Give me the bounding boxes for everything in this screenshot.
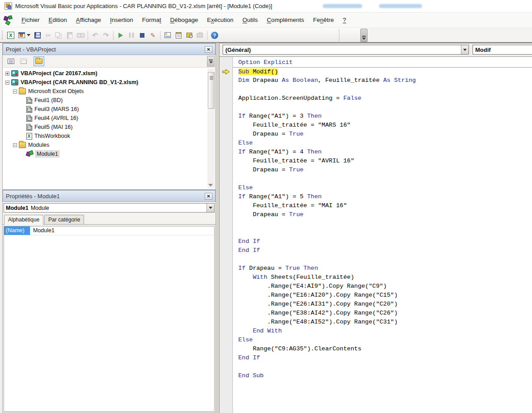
- view-object-button[interactable]: [18, 56, 29, 66]
- object-dropdown[interactable]: (Général): [223, 45, 469, 55]
- tree-item-label: Feuil1 (BD): [34, 97, 63, 103]
- menu-item-dbogage[interactable]: Débogage: [166, 14, 203, 26]
- cut-button[interactable]: ✂: [43, 30, 54, 41]
- toggle-folders-button[interactable]: [34, 56, 44, 66]
- procedure-dropdown-value: Modif: [475, 47, 491, 53]
- procedure-dropdown[interactable]: Modif: [473, 45, 532, 55]
- close-icon[interactable]: ✕: [205, 46, 212, 53]
- code-line: [233, 175, 532, 183]
- menu-item-fichier[interactable]: Fichier: [17, 14, 44, 26]
- tree-item-feuil3-mars-16[interactable]: Feuil3 (MARS 16): [3, 105, 207, 114]
- menu-item-affichage[interactable]: Affichage: [72, 14, 106, 26]
- code-line: With Sheets(Feuille_traitée): [233, 273, 532, 282]
- standard-toolbar: X✂↶↷✎?: [0, 28, 532, 43]
- code-line: .Range("E26:AI31").Copy Range("C20"): [233, 300, 532, 309]
- scroll-down-icon[interactable]: [208, 184, 213, 187]
- panel-scroll-button[interactable]: [207, 56, 215, 67]
- chevron-down-icon[interactable]: [461, 45, 469, 54]
- find-button[interactable]: [75, 30, 86, 41]
- paste-icon: [67, 32, 72, 38]
- copy-button[interactable]: [54, 30, 64, 41]
- code-line: End If: [233, 353, 532, 362]
- run-button[interactable]: [115, 30, 126, 41]
- vbaproject-icon: [11, 70, 18, 77]
- menu-bar: FichierEditionAffichageInsertionFormatDé…: [0, 13, 532, 28]
- left-dock: Projet - VBAProject ✕ +VBAProject (Car 2…: [2, 43, 216, 413]
- toolbox-button[interactable]: [194, 30, 205, 41]
- tree-item-feuil5-mai-16[interactable]: Feuil5 (MAI 16): [3, 123, 207, 132]
- toolbar-grip[interactable]: [2, 30, 4, 39]
- toolbar-separator: [160, 31, 160, 40]
- collapse-icon[interactable]: −: [5, 81, 9, 85]
- tree-item-vbaproject-car-20167-xlsm[interactable]: +VBAProject (Car 20167.xlsm): [3, 69, 207, 78]
- excel-button[interactable]: X: [5, 30, 16, 41]
- menu-item-insertion[interactable]: Insertion: [106, 14, 138, 26]
- collapse-icon[interactable]: −: [13, 89, 17, 94]
- close-icon[interactable]: ✕: [205, 193, 212, 200]
- save-button[interactable]: [32, 30, 43, 41]
- properties-panel-header[interactable]: Propriétés - Module1 ✕: [3, 190, 215, 202]
- scrollbar-thumb[interactable]: [208, 72, 215, 109]
- design-button[interactable]: ✎: [148, 30, 158, 41]
- sheet-icon: [26, 124, 32, 131]
- code-line: Feuille_traitée = "AVRIL 16": [233, 157, 532, 166]
- tree-item-module1[interactable]: Module1: [3, 149, 207, 158]
- help-button[interactable]: ?: [209, 30, 220, 41]
- toolbar-separator: [113, 31, 114, 40]
- reset-button[interactable]: [137, 30, 148, 41]
- folder-icon: [19, 88, 26, 94]
- menu-item-fentre[interactable]: Fenêtre: [308, 14, 338, 26]
- excel-icon: X: [7, 32, 14, 39]
- expand-icon[interactable]: +: [5, 72, 9, 76]
- userform-button[interactable]: [16, 30, 27, 41]
- menu-item-?[interactable]: ?: [338, 14, 351, 26]
- menu-item-excution[interactable]: Exécution: [203, 14, 238, 26]
- tree-item-microsoft-excel-objets[interactable]: −Microsoft Excel Objets: [3, 87, 207, 96]
- property-name[interactable]: (Name): [4, 226, 30, 235]
- code-line: If Range("A1") = 4 Then: [233, 148, 532, 157]
- tree-item-feuil1-bd[interactable]: Feuil1 (BD): [3, 96, 207, 105]
- menu-item-complments[interactable]: Compléments: [262, 14, 308, 26]
- redacted-text: [379, 4, 422, 8]
- view-code-button[interactable]: [5, 56, 16, 66]
- collapse-icon[interactable]: −: [13, 143, 17, 147]
- code-margin[interactable]: [220, 57, 233, 413]
- redo-button[interactable]: ↷: [101, 30, 111, 41]
- folder-icon: [35, 59, 42, 64]
- code-line: .Range("E4:AI9").Copy Range("C9"): [233, 282, 532, 291]
- toolbar-overflow-button[interactable]: [360, 29, 367, 42]
- folder-icon: [19, 142, 26, 148]
- tree-item-modules[interactable]: −Modules: [3, 141, 207, 149]
- tree-item-label: ThisWorkbook: [34, 133, 70, 139]
- tree-item-thisworkbook[interactable]: ThisWorkbook: [3, 132, 207, 141]
- props-button[interactable]: [173, 30, 184, 41]
- code-editor[interactable]: Option ExplicitSub Modif()Dim Drapeau As…: [220, 56, 532, 413]
- menu-item-format[interactable]: Format: [138, 14, 166, 26]
- chevron-down-icon[interactable]: [27, 34, 30, 36]
- object-selector-combo[interactable]: Module1 Module: [4, 203, 215, 213]
- property-row[interactable]: (Name)Module1: [4, 226, 214, 235]
- sheet-icon: [26, 97, 32, 104]
- menu-item-edition[interactable]: Edition: [44, 14, 72, 26]
- vertical-splitter[interactable]: [216, 43, 219, 413]
- tree-item-feuil4-avril-16[interactable]: Feuil4 (AVRIL 16): [3, 114, 207, 123]
- code-line: End If: [233, 246, 532, 255]
- chevron-down-icon[interactable]: [207, 204, 214, 212]
- tab-alphab-tique[interactable]: Alphabétique: [4, 215, 43, 225]
- paste-button[interactable]: [64, 30, 75, 41]
- objbrowser-button[interactable]: [184, 30, 194, 41]
- break-icon: [129, 33, 134, 38]
- find-icon: [77, 32, 84, 38]
- project-panel-toolbar: [3, 55, 215, 68]
- code-line: If Range("A1") = 5 Then: [233, 192, 532, 201]
- tree-item-vbaproject-car-planning-bd-v1-2-xlsm[interactable]: −VBAProject (CAR PLANNING BD_V1-2.xlsm): [3, 78, 207, 87]
- break-button[interactable]: [126, 30, 137, 41]
- project-tree-scrollbar[interactable]: [207, 68, 215, 188]
- tab-par-cat-gorie[interactable]: Par catégorie: [44, 215, 84, 224]
- undo-button[interactable]: ↶: [90, 30, 101, 41]
- project-button[interactable]: [162, 30, 173, 41]
- menu-item-outils[interactable]: Outils: [238, 14, 262, 26]
- property-value[interactable]: Module1: [30, 226, 214, 235]
- toolbar-empty-dock: [368, 28, 532, 42]
- project-panel-header[interactable]: Projet - VBAProject ✕: [3, 43, 215, 55]
